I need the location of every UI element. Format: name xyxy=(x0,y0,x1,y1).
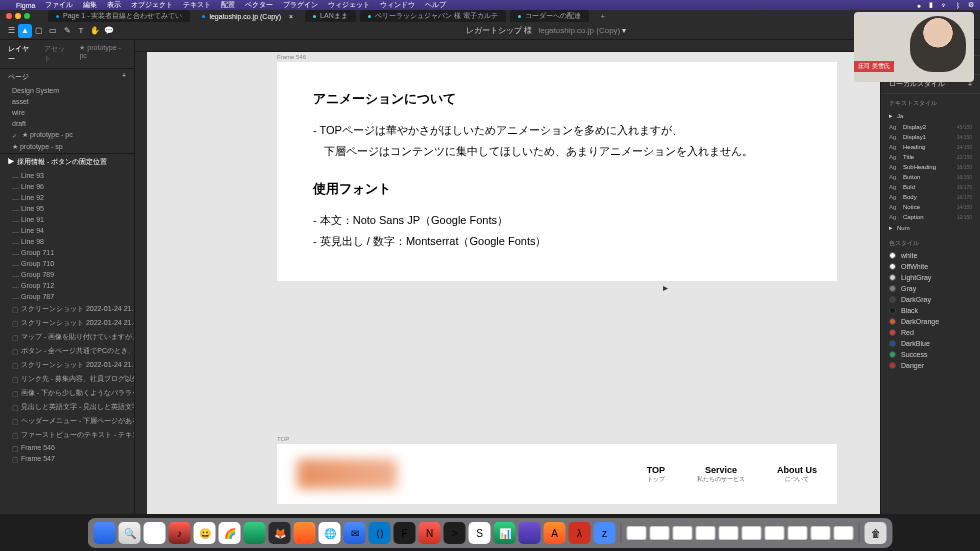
chevron-down-icon[interactable]: ▾ xyxy=(622,26,626,35)
menubar-app[interactable]: Figma xyxy=(16,2,35,9)
text-style-item[interactable]: AgNotice· 14/150 xyxy=(881,202,980,212)
dock-app-3[interactable]: ♪ xyxy=(169,522,191,544)
color-style-item[interactable]: DarkOrange xyxy=(881,316,980,327)
dock-app-6[interactable] xyxy=(244,522,266,544)
page-wire[interactable]: wire xyxy=(0,107,134,118)
canvas-viewport[interactable]: Frame 546 アニメーションについて - TOPページは華やかさがほしいた… xyxy=(147,52,880,514)
color-style-item[interactable]: Success xyxy=(881,349,980,360)
dock-app-18[interactable]: A xyxy=(544,522,566,544)
layer-item[interactable]: ▢マップ - 画像を貼り付けていますが、Google Mapを… xyxy=(0,330,134,344)
artboard-top-nav[interactable]: TOPトップ Service私たちのサービス About Usについて xyxy=(277,444,837,504)
pen-tool[interactable]: ✎ xyxy=(60,24,74,38)
dock-minimized[interactable] xyxy=(765,526,785,540)
layer-item[interactable]: —Line 98 xyxy=(0,236,134,247)
menu-icon[interactable]: ☰ xyxy=(4,24,18,38)
dock-minimized[interactable] xyxy=(834,526,854,540)
layer-item[interactable]: ▢スクリーンショット 2022-01-24 21.56 1 xyxy=(0,358,134,372)
dock-app-0[interactable] xyxy=(94,522,116,544)
layer-item[interactable]: ▢スクリーンショット 2022-01-24 21.48 1 xyxy=(0,316,134,330)
comment-tool[interactable]: 💬 xyxy=(102,24,116,38)
layer-item[interactable]: ▢ボタン - 全ページ共通でPCのとき、ホバーで色が反転… xyxy=(0,344,134,358)
dock-app-10[interactable]: ✉ xyxy=(344,522,366,544)
menu-window[interactable]: ウィンドウ xyxy=(380,0,415,10)
menu-object[interactable]: オブジェクト xyxy=(131,0,173,10)
maximize-button[interactable] xyxy=(24,13,30,19)
dock-app-4[interactable]: 😀 xyxy=(194,522,216,544)
dock-minimized[interactable] xyxy=(627,526,647,540)
tab-assets[interactable]: アセット xyxy=(44,44,70,64)
menu-file[interactable]: ファイル xyxy=(45,0,73,10)
dock-app-7[interactable]: 🦊 xyxy=(269,522,291,544)
page-prototype-pc[interactable]: ★ prototype - pc xyxy=(0,129,134,141)
menu-view[interactable]: 表示 xyxy=(107,0,121,10)
dock-minimized[interactable] xyxy=(788,526,808,540)
dock-app-12[interactable]: F xyxy=(394,522,416,544)
new-tab-button[interactable]: + xyxy=(593,10,613,22)
page-selector[interactable]: ★ prototype - pc xyxy=(79,44,126,64)
page-prototype-sp[interactable]: ★ prototype - sp xyxy=(0,141,134,153)
frame-label[interactable]: Frame 546 xyxy=(277,54,306,60)
battery-icon[interactable]: ▮ xyxy=(929,1,933,9)
dock-app-14[interactable]: > xyxy=(444,522,466,544)
color-style-item[interactable]: OffWhite xyxy=(881,261,980,272)
layer-item[interactable]: ▢リンク先 - 募集内容、社員ブログ以外は採用TOPの 該… xyxy=(0,372,134,386)
control-center-icon[interactable]: ⚙ xyxy=(968,1,974,9)
rec-icon[interactable]: ● xyxy=(917,2,921,9)
frame2-label[interactable]: TOP xyxy=(277,436,289,442)
menu-arrange[interactable]: 配置 xyxy=(221,0,235,10)
menu-edit[interactable]: 編集 xyxy=(83,0,97,10)
layer-item[interactable]: ▢Frame 547 xyxy=(0,453,134,464)
dock-app-2[interactable] xyxy=(144,522,166,544)
frame-tool[interactable]: ▢ xyxy=(32,24,46,38)
text-style-item[interactable]: AgDisplay1· 34/150 xyxy=(881,132,980,142)
menu-text[interactable]: テキスト xyxy=(183,0,211,10)
layer-item[interactable]: ▢画像 - 下から少し動くようなパララックスでお願… xyxy=(0,386,134,400)
dock-minimized[interactable] xyxy=(811,526,831,540)
bluetooth-icon[interactable]: ᛒ xyxy=(956,2,960,9)
tab-berrylash[interactable]: ベリーラッシュジャパン 様 電子カルテ xyxy=(360,10,506,22)
dock-app-17[interactable] xyxy=(519,522,541,544)
video-participant[interactable]: 庄司 美雪氏 xyxy=(854,12,974,82)
layer-item[interactable]: ▢スクリーンショット 2022-01-24 21.35 1 xyxy=(0,302,134,316)
tab-page1[interactable]: Page 1 - 実装者目線と合わせてみてい xyxy=(48,10,190,22)
tab-close-icon[interactable]: × xyxy=(289,13,293,20)
tab-legatoship[interactable]: legatoship.co.jp (Copy)× xyxy=(194,10,301,22)
dock-app-15[interactable]: S xyxy=(469,522,491,544)
dock-app-1[interactable]: 🔍 xyxy=(119,522,141,544)
dock-app-13[interactable]: N xyxy=(419,522,441,544)
add-page-icon[interactable]: + xyxy=(122,72,126,82)
dock-app-19[interactable]: λ xyxy=(569,522,591,544)
layer-item[interactable]: ▢見出しと英語文字 - 見出しと英語文字はともにパララ… xyxy=(0,400,134,414)
layer-item[interactable]: —Group 712 xyxy=(0,280,134,291)
dock-minimized[interactable] xyxy=(719,526,739,540)
dock-minimized[interactable] xyxy=(696,526,716,540)
layer-item[interactable]: —Line 92 xyxy=(0,192,134,203)
wifi-icon[interactable]: ᯤ xyxy=(941,2,948,9)
canvas[interactable]: Frame 546 アニメーションについて - TOPページは華やかさがほしいた… xyxy=(135,40,880,514)
color-style-item[interactable]: DarkBlue xyxy=(881,338,980,349)
color-style-item[interactable]: Black xyxy=(881,305,980,316)
layer-item[interactable]: —Group 711 xyxy=(0,247,134,258)
text-tool[interactable]: T xyxy=(74,24,88,38)
layer-item[interactable]: —Group 710 xyxy=(0,258,134,269)
layer-item[interactable]: ▢Frame 546 xyxy=(0,442,134,453)
move-tool[interactable]: ▲ xyxy=(18,24,32,38)
file-name[interactable]: legatoship.co.jp (Copy) xyxy=(538,26,620,35)
dock-app-9[interactable]: 🌐 xyxy=(319,522,341,544)
text-style-item[interactable]: AgDisplay2· 45/150 xyxy=(881,122,980,132)
menu-help[interactable]: ヘルプ xyxy=(425,0,446,10)
color-style-item[interactable]: DarkGray xyxy=(881,294,980,305)
page-asset[interactable]: asset xyxy=(0,96,134,107)
menu-vector[interactable]: ベクター xyxy=(245,0,273,10)
text-style-item[interactable]: AgButton· 16/150 xyxy=(881,172,980,182)
artboard-frame-546[interactable]: アニメーションについて - TOPページは華やかさがほしいためアニメーションを多… xyxy=(277,62,837,281)
text-style-item[interactable]: AgCaption· 12/150 xyxy=(881,212,980,222)
text-group-ja[interactable]: ▸Ja xyxy=(881,110,980,122)
layers-section-header[interactable]: ⯈ 採用情報 - ボタンの固定位置 xyxy=(0,153,134,170)
dock-minimized[interactable] xyxy=(650,526,670,540)
text-style-item[interactable]: AgBold· 16/170 xyxy=(881,182,980,192)
tab-layers[interactable]: レイヤー xyxy=(8,44,34,64)
color-style-item[interactable]: Danger xyxy=(881,360,980,371)
layer-item[interactable]: ▢ファーストビューのテキスト - テキストのグループご… xyxy=(0,428,134,442)
layer-item[interactable]: —Group 789 xyxy=(0,269,134,280)
